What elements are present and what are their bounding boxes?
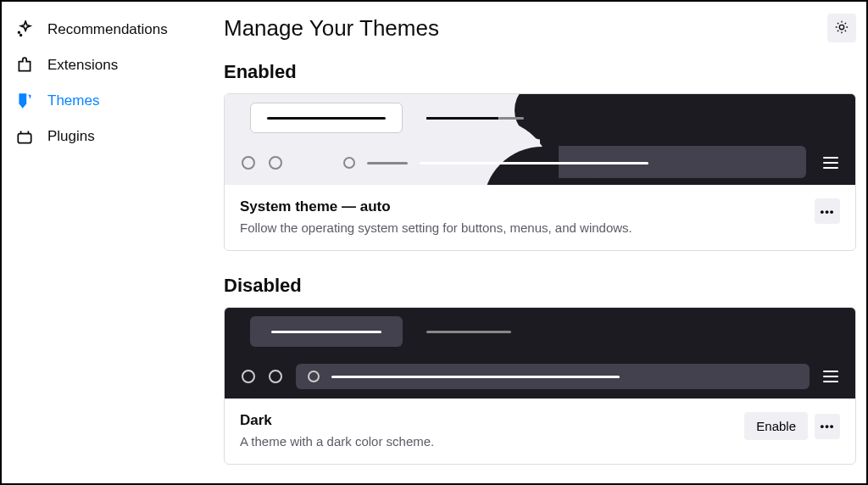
enable-button[interactable]: Enable <box>744 412 808 440</box>
theme-preview <box>225 308 855 399</box>
enabled-section-title: Enabled <box>224 61 856 83</box>
theme-info: Dark A theme with a dark color scheme. E… <box>225 399 855 464</box>
sidebar-item-themes[interactable]: Themes <box>7 83 207 119</box>
theme-name: Dark <box>240 412 434 429</box>
preview-url-bar <box>296 364 810 389</box>
sidebar-item-plugins[interactable]: Plugins <box>7 119 207 154</box>
main-content: Manage Your Themes Enabled <box>212 2 866 483</box>
theme-description: Follow the operating system setting for … <box>240 220 632 235</box>
recommendations-icon <box>15 20 34 39</box>
svg-point-3 <box>839 25 843 29</box>
theme-more-button[interactable]: ••• <box>815 198 840 224</box>
more-icon: ••• <box>821 205 835 218</box>
sidebar-item-label: Extensions <box>47 57 118 74</box>
hamburger-icon <box>823 371 838 382</box>
theme-description: A theme with a dark color scheme. <box>240 434 434 449</box>
theme-name: System theme — auto <box>240 198 632 215</box>
preview-tab <box>250 103 403 133</box>
sidebar-item-label: Themes <box>47 92 99 109</box>
theme-preview <box>225 94 855 185</box>
theme-more-button[interactable]: ••• <box>815 414 840 439</box>
svg-rect-2 <box>18 134 31 143</box>
header: Manage Your Themes <box>224 14 856 42</box>
theme-card-system-auto: System theme — auto Follow the operating… <box>224 93 856 251</box>
theme-card-dark: Dark A theme with a dark color scheme. E… <box>224 307 856 465</box>
sidebar-item-label: Plugins <box>47 128 95 145</box>
svg-point-1 <box>20 35 22 36</box>
more-icon: ••• <box>821 420 835 432</box>
extensions-icon <box>15 56 34 75</box>
sidebar: Recommendations Extensions Themes Plugin… <box>2 2 212 483</box>
gear-icon <box>834 20 849 37</box>
page-title: Manage Your Themes <box>224 15 439 42</box>
sidebar-item-label: Recommendations <box>47 21 168 38</box>
plugins-icon <box>15 127 34 146</box>
themes-icon <box>15 92 34 110</box>
theme-info: System theme — auto Follow the operating… <box>225 185 855 250</box>
svg-point-0 <box>19 31 20 33</box>
preview-tab <box>250 316 403 347</box>
disabled-section-title: Disabled <box>224 275 856 297</box>
sidebar-item-recommendations[interactable]: Recommendations <box>7 12 207 47</box>
sidebar-item-extensions[interactable]: Extensions <box>7 47 207 83</box>
preview-tab <box>426 117 524 120</box>
settings-button[interactable] <box>827 14 856 42</box>
preview-tab <box>426 331 511 333</box>
